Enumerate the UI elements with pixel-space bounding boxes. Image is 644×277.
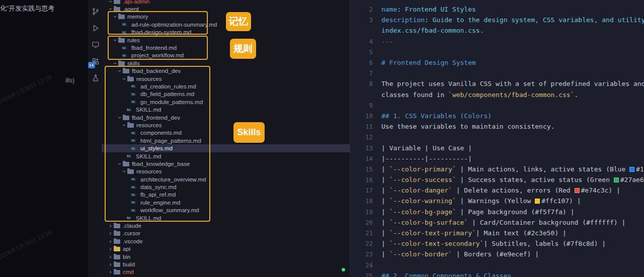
code-token: `web/components/fbad-common.css` — [448, 91, 574, 99]
code-token: | — [381, 240, 389, 247]
code-line: 19| `--color-bg-page` | Page background … — [350, 207, 644, 217]
tree-row-fbad_frontend.md[interactable]: M↓fbad_frontend.md — [102, 44, 350, 51]
tree-row-.cursor[interactable]: ›.cursor — [102, 230, 350, 237]
line-number: 23 — [350, 250, 373, 258]
folder-icon — [123, 69, 129, 73]
line-number: 5 — [350, 48, 373, 56]
line-number: 24 — [350, 261, 373, 269]
line-number: 14 — [350, 155, 373, 162]
tree-row-SKILL.md[interactable]: M↓SKILL.md — [102, 214, 350, 222]
tree-row-ui_styles.md[interactable]: M↓ui_styles.md — [102, 144, 350, 152]
code-line: 11Use these variables to maintain consis… — [350, 121, 644, 132]
tree-item-label: db_field_patterns.md — [140, 91, 194, 97]
tree-item-label: workflow_summary.md — [140, 207, 199, 213]
tree-row-data_sync.md[interactable]: M↓data_sync.md — [102, 183, 350, 191]
tree-row-project_workflow.md[interactable]: M↓project_workflow.md — [102, 52, 350, 59]
chevron-down-icon: › — [121, 169, 127, 174]
tree-row-fb_api_ref.md[interactable]: M↓fb_api_ref.md — [102, 191, 350, 199]
tree-row-architecture_overview.md[interactable]: M↓architecture_overview.md — [102, 175, 350, 183]
tree-item-label: rules — [127, 37, 140, 43]
source-control-icon[interactable] — [91, 7, 100, 16]
tree-item-label: resources — [136, 122, 162, 128]
tree-row-rules[interactable]: ›rules — [102, 36, 350, 44]
tree-row-go_module_patterns.md[interactable]: M↓go_module_patterns.md — [102, 98, 350, 106]
code-token: | Main actions, links, active states (Bl… — [456, 165, 629, 173]
code-token: `--color-text-primary` — [389, 229, 476, 237]
tree-row-fbad-design-system.md[interactable]: M↓fbad-design-system.md — [102, 29, 350, 36]
test-beaker-icon[interactable] — [91, 73, 100, 82]
skills-sticker-label: Skills — [233, 122, 265, 143]
tree-row-resources[interactable]: ›resources — [102, 121, 350, 129]
tree-row-html_page_patterns.md[interactable]: M↓html_page_patterns.md — [102, 137, 350, 144]
tree-row-.vscode[interactable]: ›.vscode — [102, 237, 350, 245]
tree-row-fbad_knowledge_base[interactable]: ›fbad_knowledge_base — [102, 160, 350, 167]
code-token: | — [381, 219, 389, 226]
code-token: --- — [381, 38, 393, 45]
markdown-file-icon: M↓ — [131, 200, 138, 205]
tree-row-.api-admin[interactable]: ›.api-admin — [102, 0, 350, 5]
tree-row-skills[interactable]: ›skills — [102, 59, 350, 67]
tree-row-resources[interactable]: ›resources — [102, 168, 350, 175]
tree-row-fbad_backend_dev[interactable]: ›fbad_backend_dev — [102, 67, 350, 75]
tree-item-label: .agent — [123, 6, 139, 12]
remote-window-icon[interactable] — [91, 40, 100, 49]
chevron-down-icon: › — [112, 37, 118, 43]
code-token: name — [381, 6, 397, 13]
line-number: 3 — [350, 16, 373, 24]
tree-row-resources[interactable]: ›resources — [102, 75, 350, 82]
tree-row-.agent[interactable]: ›.agent — [102, 5, 350, 13]
tree-item-label: fbad_backend_dev — [132, 68, 181, 74]
line-number: 22 — [350, 240, 373, 247]
code-line-content: | `--color-success` | Success states, ac… — [381, 176, 644, 183]
markdown-file-icon: M↓ — [122, 30, 129, 35]
code-token: `--color-warning` — [389, 197, 456, 205]
code-line-content: | `--color-bg-page` | Page background (#… — [381, 208, 575, 216]
tree-row-bin[interactable]: ›bin — [102, 253, 350, 260]
code-line-content: --- — [381, 38, 393, 45]
chevron-down-icon: › — [108, 7, 114, 12]
code-line-content: Use these variables to maintain consiste… — [381, 123, 554, 130]
code-line: 9 — [350, 100, 644, 111]
editor-pane[interactable]: 2name: Frontend UI Styles3description: G… — [350, 0, 644, 277]
tree-item-label: skills — [127, 60, 140, 66]
code-token: : — [397, 6, 405, 13]
tree-row-SKILL.md[interactable]: M↓SKILL.md — [102, 152, 350, 160]
line-number: 4 — [350, 38, 373, 45]
code-line-content: | `--color-warning` | Warnings (Yellow #… — [381, 197, 581, 205]
line-number: 19 — [350, 208, 373, 216]
debug-icon[interactable] — [91, 24, 100, 33]
line-number: 8 — [350, 80, 373, 87]
tree-row-fbad_frontend_dev[interactable]: ›fbad_frontend_dev — [102, 114, 350, 121]
code-token: | Success states, active status (Green — [456, 176, 614, 183]
tree-row-cmd[interactable]: ›cmd — [102, 268, 350, 276]
chevron-right-icon: › — [108, 238, 113, 244]
code-line: 22| `--color-text-secondary`| Subtitles,… — [350, 238, 644, 249]
code-line-content: | `--color-text-primary`| Main text (#2c… — [381, 229, 567, 237]
markdown-file-icon: M↓ — [131, 100, 138, 104]
folder-icon — [114, 262, 120, 267]
tree-item-label: resources — [136, 76, 162, 82]
code-token: #e74c3c) | — [581, 187, 620, 194]
tree-row-build[interactable]: ›build — [102, 260, 350, 268]
tree-row-components.md[interactable]: M↓components.md — [102, 129, 350, 137]
tree-item-label: ad-rule-optimization-summary.md — [131, 22, 217, 28]
watermark-text-fragment: ills) — [65, 77, 74, 84]
tree-item-label: resources — [136, 168, 162, 174]
tree-row-db_field_patterns.md[interactable]: M↓db_field_patterns.md — [102, 90, 350, 98]
code-line: 25## 2. Common Components & Classes — [350, 270, 644, 277]
tree-row-ad_creation_rules.md[interactable]: M↓ad_creation_rules.md — [102, 82, 350, 90]
activity-bar: 14 — [89, 0, 102, 277]
tree-row-.claude[interactable]: ›.claude — [102, 222, 350, 229]
tree-row-workflow_summary.md[interactable]: M↓workflow_summary.md — [102, 207, 350, 214]
tree-item-label: build — [123, 261, 135, 267]
tree-row-rule_engine.md[interactable]: M↓rule_engine.md — [102, 199, 350, 206]
extensions-icon[interactable]: 14 — [91, 57, 100, 66]
tree-row-SKILL.md[interactable]: M↓SKILL.md — [102, 106, 350, 113]
code-line: 24 — [350, 260, 644, 270]
code-token: `--color-border` — [389, 250, 452, 258]
code-token: | Warnings (Yellow — [456, 197, 535, 205]
tree-row-api[interactable]: ›api — [102, 245, 350, 253]
extensions-badge: 14 — [88, 62, 95, 68]
code-line: 2name: Frontend UI Styles — [350, 4, 644, 15]
code-line: 21| `--color-text-primary`| Main text (#… — [350, 228, 644, 238]
